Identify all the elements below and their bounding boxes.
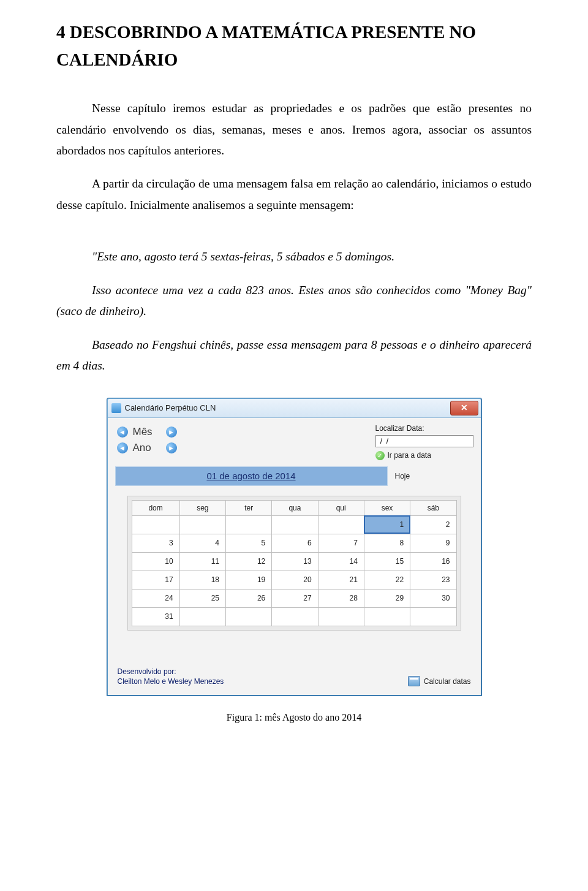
day-cell[interactable] [272, 515, 318, 534]
weekday-header: ter [226, 500, 272, 515]
month-prev-button[interactable]: ◄ [117, 427, 128, 438]
day-cell[interactable]: 26 [226, 589, 272, 607]
calendar-grid: dom seg ter qua qui sex sáb [127, 496, 461, 631]
day-cell[interactable]: 4 [179, 534, 225, 552]
day-cell[interactable]: 21 [318, 571, 364, 589]
window-title: Calendário Perpétuo CLN [125, 403, 450, 412]
calendar-icon [408, 676, 420, 686]
day-cell[interactable]: 2 [410, 515, 456, 534]
calculate-dates-button[interactable]: Calcular datas [408, 676, 471, 686]
find-date-input[interactable] [375, 435, 473, 447]
quote-line-3: Baseado no Fengshui chinês, passe essa m… [56, 335, 532, 377]
day-cell[interactable]: 14 [318, 552, 364, 571]
day-cell-selected[interactable]: 1 [364, 515, 410, 534]
weekday-header: dom [132, 500, 179, 515]
day-cell[interactable] [179, 607, 225, 626]
weekday-header: qui [318, 500, 364, 515]
developer-credits: Desenvolvido por: Cleilton Melo e Wesley… [118, 667, 224, 686]
quote-line-2: Isso acontece uma vez a cada 823 anos. E… [56, 280, 532, 322]
day-cell[interactable]: 13 [272, 552, 318, 571]
dev-names: Cleilton Melo e Wesley Menezes [118, 677, 224, 687]
day-cell[interactable]: 12 [226, 552, 272, 571]
day-cell[interactable] [272, 607, 318, 626]
day-cell[interactable]: 8 [364, 534, 410, 552]
weekday-header: qua [272, 500, 318, 515]
paragraph-1: Nesse capítulo iremos estudar as proprie… [56, 98, 532, 162]
calculate-dates-label: Calcular datas [424, 677, 471, 686]
weekday-header: sáb [410, 500, 456, 515]
goto-date-link[interactable]: Ir para a data [388, 451, 431, 460]
day-cell[interactable]: 15 [364, 552, 410, 571]
paragraph-2: A partir da circulação de uma mensagem f… [56, 173, 532, 216]
close-button[interactable]: ✕ [450, 401, 478, 415]
day-cell[interactable]: 3 [132, 534, 179, 552]
day-cell[interactable] [410, 607, 456, 626]
month-label: Mês [133, 426, 162, 438]
day-cell[interactable]: 23 [410, 571, 456, 589]
day-cell[interactable]: 24 [132, 589, 179, 607]
day-cell[interactable] [318, 515, 364, 534]
day-cell[interactable]: 28 [318, 589, 364, 607]
calendar-app-window: Calendário Perpétuo CLN ✕ ◄ Mês ► ◄ Ano … [107, 398, 482, 696]
day-cell[interactable]: 22 [364, 571, 410, 589]
day-cell[interactable]: 19 [226, 571, 272, 589]
day-cell[interactable]: 16 [410, 552, 456, 571]
day-cell[interactable]: 7 [318, 534, 364, 552]
day-cell[interactable]: 20 [272, 571, 318, 589]
figure-caption: Figura 1: mês Agosto do ano 2014 [56, 712, 532, 723]
month-next-button[interactable]: ► [166, 427, 177, 438]
day-cell[interactable]: 18 [179, 571, 225, 589]
year-next-button[interactable]: ► [166, 442, 177, 453]
day-cell[interactable] [226, 515, 272, 534]
day-cell[interactable] [179, 515, 225, 534]
day-cell[interactable] [132, 515, 179, 534]
quote-line-1: "Este ano, agosto terá 5 sextas-feiras, … [56, 246, 532, 268]
find-date-label: Localizar Data: [375, 424, 473, 433]
year-label: Ano [133, 442, 162, 454]
day-cell[interactable]: 17 [132, 571, 179, 589]
year-prev-button[interactable]: ◄ [117, 442, 128, 453]
dev-label: Desenvolvido por: [118, 667, 224, 677]
day-cell[interactable]: 11 [179, 552, 225, 571]
weekday-header: seg [179, 500, 225, 515]
day-cell[interactable]: 6 [272, 534, 318, 552]
day-cell[interactable]: 27 [272, 589, 318, 607]
day-cell[interactable]: 10 [132, 552, 179, 571]
titlebar: Calendário Perpétuo CLN ✕ [108, 399, 481, 418]
weekday-header: sex [364, 500, 410, 515]
today-label[interactable]: Hoje [395, 472, 473, 480]
day-cell[interactable]: 29 [364, 589, 410, 607]
day-cell[interactable] [364, 607, 410, 626]
current-date-banner: 01 de agosto de 2014 [115, 466, 388, 486]
day-cell[interactable]: 25 [179, 589, 225, 607]
day-cell[interactable] [318, 607, 364, 626]
day-cell[interactable] [226, 607, 272, 626]
page-title: 4 DESCOBRINDO A MATEMÁTICA PRESENTE NO C… [56, 18, 532, 74]
day-cell[interactable]: 31 [132, 607, 179, 626]
day-cell[interactable]: 5 [226, 534, 272, 552]
check-icon: ✓ [375, 451, 385, 460]
day-cell[interactable]: 9 [410, 534, 456, 552]
day-cell[interactable]: 30 [410, 589, 456, 607]
app-icon [111, 403, 121, 413]
